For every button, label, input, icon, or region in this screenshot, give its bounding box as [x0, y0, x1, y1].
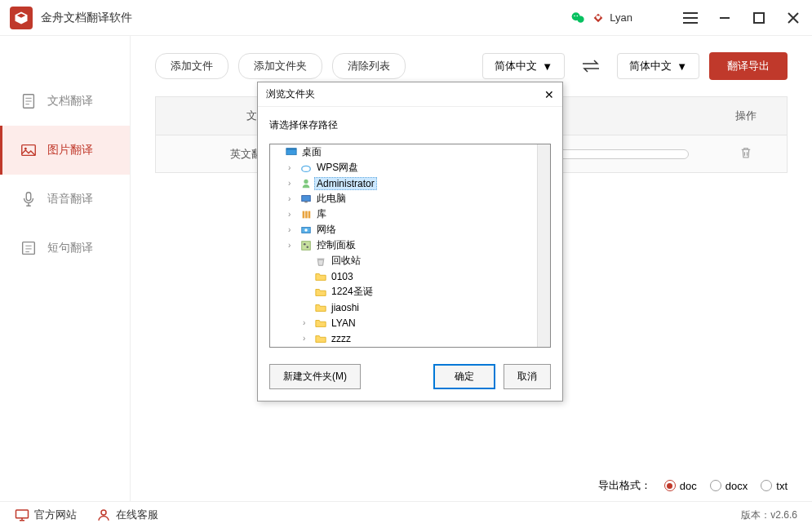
- svg-rect-18: [303, 211, 305, 218]
- radio-txt[interactable]: txt: [761, 480, 788, 492]
- sidebar-item-label: 短句翻译: [47, 241, 93, 255]
- svg-point-11: [101, 510, 106, 515]
- chevron-down-icon: ▼: [677, 60, 687, 73]
- tree-label: 0103: [329, 271, 356, 282]
- svg-point-24: [304, 242, 306, 245]
- svg-rect-10: [16, 510, 29, 518]
- translate-export-button[interactable]: 翻译导出: [709, 52, 788, 80]
- expand-icon[interactable]: ›: [288, 210, 298, 219]
- tree-item[interactable]: ›Administrator: [270, 175, 550, 191]
- tree-item[interactable]: 回收站: [270, 253, 550, 268]
- expand-icon[interactable]: ›: [288, 163, 298, 172]
- app-logo: [10, 7, 33, 29]
- sidebar-item-document[interactable]: 文档翻译: [0, 77, 130, 126]
- swap-icon[interactable]: [581, 60, 601, 73]
- tree-item[interactable]: ›此电脑: [270, 191, 550, 206]
- ok-button[interactable]: 确定: [433, 364, 495, 389]
- svg-point-15: [304, 179, 308, 183]
- sidebar-item-sentence[interactable]: 短句翻译: [0, 224, 130, 273]
- expand-icon[interactable]: ›: [303, 318, 313, 327]
- minimize-button[interactable]: [716, 9, 734, 27]
- lang-to-select[interactable]: 简体中文 ▼: [617, 53, 699, 79]
- svg-rect-16: [302, 195, 311, 201]
- tree-label: zzzz: [329, 333, 353, 344]
- close-button[interactable]: [784, 9, 802, 27]
- svg-point-25: [306, 246, 308, 248]
- dialog-title: 浏览文件夹: [266, 87, 315, 101]
- tree-item[interactable]: 0103: [270, 268, 550, 284]
- dialog-close-button[interactable]: ✕: [544, 88, 554, 101]
- support-link[interactable]: 在线客服: [96, 508, 158, 522]
- add-folder-button[interactable]: 添加文件夹: [238, 53, 322, 79]
- trash-icon[interactable]: [739, 145, 753, 160]
- col-action: 操作: [705, 109, 787, 123]
- folder-icon: [314, 333, 327, 344]
- lang-from-select[interactable]: 简体中文 ▼: [482, 53, 565, 79]
- tree-label: 此电脑: [314, 192, 348, 206]
- app-title: 金舟文档翻译软件: [41, 11, 132, 25]
- tree-label: 1224圣诞: [329, 285, 375, 299]
- tree-label: 库: [314, 207, 329, 221]
- monitor-icon: [15, 508, 29, 521]
- add-file-button[interactable]: 添加文件: [155, 53, 229, 79]
- tree-item[interactable]: ›网络: [270, 222, 550, 237]
- expand-icon[interactable]: ›: [288, 179, 298, 188]
- tree-item[interactable]: ›控制面板: [270, 237, 550, 253]
- sidebar: 文档翻译 图片翻译 语音翻译 短句翻译: [0, 36, 131, 501]
- svg-point-1: [578, 16, 584, 22]
- svg-rect-19: [305, 211, 308, 218]
- sidebar-item-label: 文档翻译: [47, 94, 93, 109]
- tree-label: 网络: [314, 223, 339, 237]
- expand-icon[interactable]: ›: [288, 225, 298, 234]
- folder-icon: [314, 317, 327, 329]
- radio-docx[interactable]: docx: [710, 480, 748, 492]
- tree-item[interactable]: 桌面: [270, 144, 550, 160]
- folder-tree[interactable]: 桌面›WPS网盘›Administrator›此电脑›库›网络›控制面板回收站0…: [269, 144, 551, 348]
- toolbar: 添加文件 添加文件夹 清除列表 简体中文 ▼ 简体中文 ▼ 翻译导出: [155, 52, 788, 80]
- maximize-button[interactable]: [750, 9, 768, 27]
- tree-item[interactable]: ›WPS网盘: [270, 160, 550, 175]
- folder-icon: [314, 271, 327, 282]
- wechat-icon[interactable]: [570, 10, 587, 26]
- sidebar-item-image[interactable]: 图片翻译: [0, 126, 130, 175]
- recycle-icon: [314, 255, 327, 267]
- new-folder-button[interactable]: 新建文件夹(M): [269, 364, 361, 389]
- official-site-link[interactable]: 官方网站: [15, 508, 77, 522]
- svg-rect-9: [23, 242, 35, 255]
- tree-item[interactable]: ›zzzz: [270, 331, 550, 346]
- clear-list-button[interactable]: 清除列表: [332, 53, 406, 79]
- headset-icon: [96, 508, 111, 522]
- expand-icon[interactable]: ›: [303, 334, 313, 343]
- dialog-label: 请选择保存路径: [269, 118, 551, 132]
- document-icon: [20, 92, 38, 110]
- sidebar-item-label: 语音翻译: [47, 192, 93, 206]
- tree-item[interactable]: ›库: [270, 206, 550, 222]
- microphone-icon: [20, 190, 38, 208]
- menu-icon[interactable]: [681, 9, 699, 27]
- expand-icon[interactable]: ›: [288, 241, 298, 250]
- svg-rect-23: [302, 241, 311, 250]
- svg-rect-4: [754, 13, 764, 23]
- svg-point-3: [577, 15, 579, 16]
- tree-item[interactable]: 1224圣诞: [270, 284, 550, 299]
- titlebar: 金舟文档翻译软件 Lyan: [0, 0, 812, 36]
- footer: 官方网站 在线客服 版本：v2.6.6: [0, 501, 812, 528]
- tree-item[interactable]: jiaoshi: [270, 299, 550, 315]
- image-icon: [20, 141, 38, 159]
- cancel-button[interactable]: 取消: [504, 364, 551, 389]
- browse-folder-dialog: 浏览文件夹 ✕ 请选择保存路径 桌面›WPS网盘›Administrator›此…: [257, 82, 563, 402]
- tree-label: 桌面: [300, 145, 324, 159]
- svg-point-14: [302, 166, 311, 171]
- tree-item[interactable]: ›LYAN: [270, 315, 550, 331]
- desktop-icon: [285, 147, 298, 158]
- svg-rect-8: [26, 193, 31, 201]
- scrollbar[interactable]: [537, 144, 550, 347]
- svg-rect-26: [317, 258, 325, 260]
- radio-doc[interactable]: doc: [664, 480, 697, 492]
- cloud-icon: [300, 162, 313, 174]
- expand-icon[interactable]: ›: [288, 194, 298, 203]
- sidebar-item-audio[interactable]: 语音翻译: [0, 175, 130, 224]
- svg-point-2: [574, 15, 575, 16]
- tree-label: WPS网盘: [314, 161, 361, 175]
- tree-label: Administrator: [314, 177, 377, 190]
